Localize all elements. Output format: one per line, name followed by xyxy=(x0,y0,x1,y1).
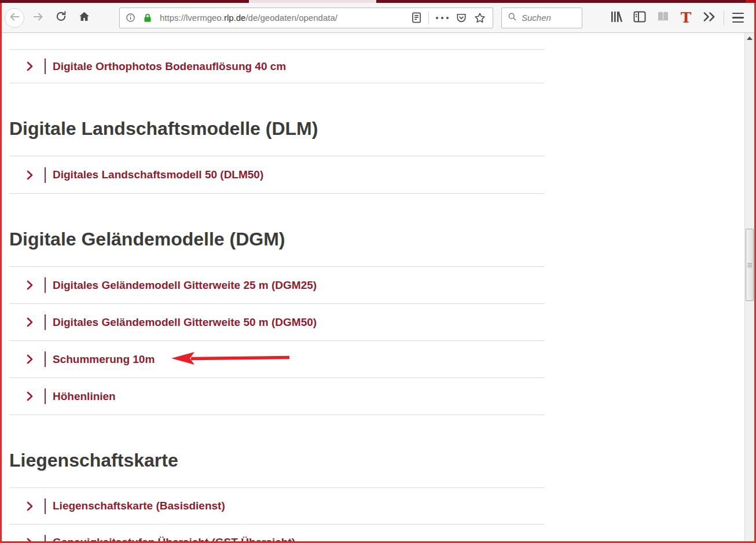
url-bar-separator xyxy=(428,12,429,24)
page-content: Digitale Orthophotos Bodenauflösung 40 c… xyxy=(2,33,744,541)
chevron-right-icon xyxy=(26,61,34,72)
search-input[interactable]: Suchen xyxy=(501,8,582,28)
home-icon xyxy=(78,10,90,25)
browser-window: https://lvermgeo.rlp.de/de/geodaten/open… xyxy=(0,0,756,543)
reading-list-button[interactable] xyxy=(655,10,670,25)
row-divider-line xyxy=(45,277,46,293)
url-scheme-subdomain: https://lvermgeo. xyxy=(160,13,224,23)
accordion-row-orthophotos-40cm[interactable]: Digitale Orthophotos Bodenauflösung 40 c… xyxy=(9,50,545,83)
chevron-right-icon xyxy=(26,170,34,181)
page-actions-ellipsis-icon[interactable] xyxy=(436,17,449,19)
row-label: Schummerung 10m xyxy=(53,353,155,366)
accordion-row-basisdienst[interactable]: Liegenschaftskarte (Basisdienst) xyxy=(9,488,545,524)
reader-mode-icon[interactable] xyxy=(412,12,421,23)
browser-toolbar: https://lvermgeo.rlp.de/de/geodaten/open… xyxy=(0,3,756,33)
window-border-left xyxy=(0,3,2,543)
chevron-right-icon xyxy=(26,317,34,328)
row-divider-line xyxy=(45,351,46,367)
accordion-group-liegenschaftskarte: Liegenschaftskarte (Basisdienst) Genauig… xyxy=(9,487,545,541)
bookmark-star-icon[interactable] xyxy=(474,12,486,24)
extension-t-icon: T xyxy=(681,10,692,25)
accordion-row-gst-uebersicht[interactable]: Genauigkeitsstufen Übersicht (GST Übersi… xyxy=(9,524,545,541)
reading-book-icon xyxy=(656,10,670,25)
url-domain: rlp.de xyxy=(224,13,246,23)
reload-button[interactable] xyxy=(54,10,67,25)
accordion-row-hoehenlinien[interactable]: Höhenlinien xyxy=(9,378,545,415)
section-heading-dlm: Digitale Landschaftsmodelle (DLM) xyxy=(9,116,545,141)
row-divider-line xyxy=(45,314,46,330)
menu-hamburger-icon xyxy=(732,13,744,14)
forward-button[interactable] xyxy=(31,10,45,25)
library-icon xyxy=(610,10,623,25)
row-label: Liegenschaftskarte (Basisdienst) xyxy=(53,500,225,512)
accordion-row-dlm50[interactable]: Digitales Landschaftsmodell 50 (DLM50) xyxy=(9,156,545,194)
accordion-group-orthophotos: Digitale Orthophotos Bodenauflösung 40 c… xyxy=(9,49,545,83)
accordion-group-dgm: Digitales Geländemodell Gitterweite 25 m… xyxy=(9,266,545,415)
scrollbar[interactable] xyxy=(744,33,754,541)
row-divider-line xyxy=(45,498,46,514)
scroll-up-icon[interactable] xyxy=(747,36,753,40)
page-info-icon[interactable] xyxy=(126,13,135,23)
overflow-menu-button[interactable] xyxy=(702,11,717,25)
forward-icon xyxy=(32,10,45,25)
lock-icon[interactable] xyxy=(142,13,153,23)
section-heading-dgm: Digitale Geländemodelle (DGM) xyxy=(9,227,545,251)
sidebar-button[interactable] xyxy=(632,10,647,25)
sidebar-icon xyxy=(633,10,647,25)
back-icon xyxy=(8,10,21,25)
chevron-right-icon xyxy=(26,280,34,291)
url-text: https://lvermgeo.rlp.de/de/geodaten/open… xyxy=(160,13,412,23)
row-label: Digitales Geländemodell Gitterweite 50 m… xyxy=(53,316,317,329)
active-tab-top xyxy=(249,0,376,3)
row-label: Digitales Geländemodell Gitterweite 25 m… xyxy=(53,279,317,292)
row-label: Genauigkeitsstufen Übersicht (GST Übersi… xyxy=(53,536,295,541)
row-divider-line xyxy=(45,167,46,183)
titlebar-strip xyxy=(0,0,756,3)
row-label: Digitales Landschaftsmodell 50 (DLM50) xyxy=(53,168,263,181)
annotation-arrow xyxy=(170,351,292,368)
pocket-icon[interactable] xyxy=(456,12,467,24)
overflow-chevrons-icon xyxy=(702,11,717,25)
section-heading-liegenschaftskarte: Liegenschaftskarte xyxy=(9,448,545,472)
toolbar-separator xyxy=(724,10,724,25)
reload-icon xyxy=(55,10,67,25)
chevron-right-icon xyxy=(26,501,34,512)
accordion-row-dgm50[interactable]: Digitales Geländemodell Gitterweite 50 m… xyxy=(9,304,545,341)
accordion-group-dlm: Digitales Landschaftsmodell 50 (DLM50) xyxy=(9,156,545,194)
row-divider-line xyxy=(45,388,46,404)
url-bar[interactable]: https://lvermgeo.rlp.de/de/geodaten/open… xyxy=(119,8,493,28)
row-divider-line xyxy=(45,535,46,542)
accordion-row-dgm25[interactable]: Digitales Geländemodell Gitterweite 25 m… xyxy=(9,267,545,304)
chevron-right-icon xyxy=(26,391,34,402)
chevron-right-icon xyxy=(26,354,34,365)
library-button[interactable] xyxy=(609,10,624,25)
row-divider-line xyxy=(45,58,46,74)
extension-t-button[interactable]: T xyxy=(678,10,693,25)
scrollbar-thumb[interactable] xyxy=(746,229,754,301)
row-label: Höhenlinien xyxy=(53,390,116,403)
menu-button[interactable] xyxy=(730,13,746,23)
chevron-right-icon xyxy=(26,537,34,542)
scrollbar-grip xyxy=(747,263,752,267)
back-button[interactable] xyxy=(5,8,24,28)
search-icon xyxy=(508,12,517,24)
url-path: /de/geodaten/opendata/ xyxy=(245,13,337,23)
accordion-row-schummerung[interactable]: Schummerung 10m xyxy=(9,341,545,378)
search-placeholder: Suchen xyxy=(522,13,551,23)
home-button[interactable] xyxy=(78,10,90,25)
row-label: Digitale Orthophotos Bodenauflösung 40 c… xyxy=(53,60,286,73)
